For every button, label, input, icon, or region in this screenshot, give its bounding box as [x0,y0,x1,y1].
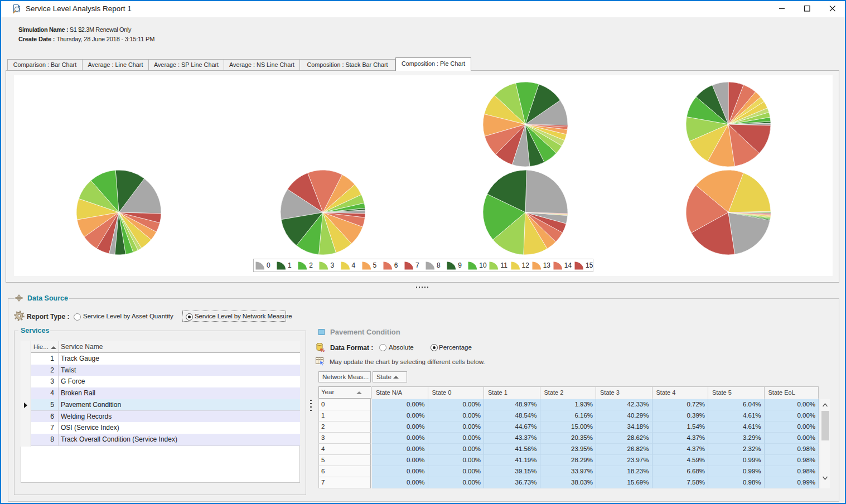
svg-text:%: % [320,347,325,352]
